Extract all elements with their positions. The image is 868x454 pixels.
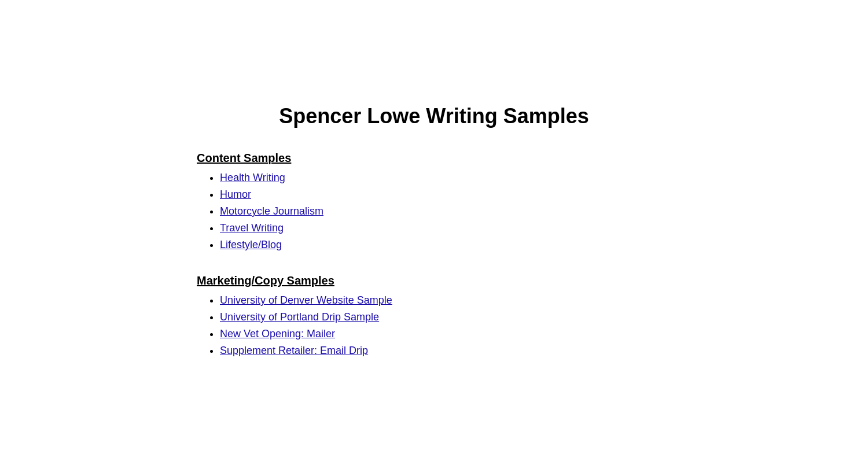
travel-writing-link[interactable]: Travel Writing xyxy=(220,222,284,234)
new-vet-opening-link[interactable]: New Vet Opening: Mailer xyxy=(220,328,335,339)
list-item: Motorcycle Journalism xyxy=(220,205,671,217)
list-item: New Vet Opening: Mailer xyxy=(220,328,671,340)
page-container: Spencer Lowe Writing Samples Content Sam… xyxy=(174,0,694,403)
lifestyle-blog-link[interactable]: Lifestyle/Blog xyxy=(220,239,282,250)
humor-link[interactable]: Humor xyxy=(220,189,251,200)
list-item: Supplement Retailer: Email Drip xyxy=(220,345,671,357)
list-item: University of Portland Drip Sample xyxy=(220,311,671,323)
marketing-copy-section: Marketing/Copy Samples University of Den… xyxy=(197,274,671,357)
content-samples-heading: Content Samples xyxy=(197,152,671,165)
health-writing-link[interactable]: Health Writing xyxy=(220,172,285,183)
supplement-retailer-link[interactable]: Supplement Retailer: Email Drip xyxy=(220,345,368,356)
motorcycle-journalism-link[interactable]: Motorcycle Journalism xyxy=(220,205,323,217)
list-item: University of Denver Website Sample xyxy=(220,294,671,307)
page-title: Spencer Lowe Writing Samples xyxy=(197,104,671,128)
content-samples-list: Health Writing Humor Motorcycle Journali… xyxy=(197,172,671,251)
university-denver-link[interactable]: University of Denver Website Sample xyxy=(220,294,392,306)
list-item: Travel Writing xyxy=(220,222,671,234)
marketing-copy-heading: Marketing/Copy Samples xyxy=(197,274,671,287)
content-samples-section: Content Samples Health Writing Humor Mot… xyxy=(197,152,671,251)
list-item: Health Writing xyxy=(220,172,671,184)
list-item: Humor xyxy=(220,189,671,201)
marketing-copy-list: University of Denver Website Sample Univ… xyxy=(197,294,671,357)
university-portland-link[interactable]: University of Portland Drip Sample xyxy=(220,311,379,323)
list-item: Lifestyle/Blog xyxy=(220,239,671,251)
